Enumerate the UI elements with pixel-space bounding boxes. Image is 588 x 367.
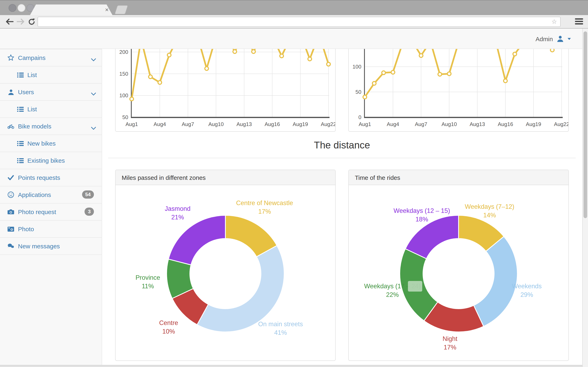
list-icon xyxy=(17,140,24,147)
svg-text:Aug7: Aug7 xyxy=(415,121,427,127)
traffic-light-close-icon[interactable] xyxy=(9,4,16,12)
back-arrow-icon xyxy=(5,18,13,25)
svg-text:Aug19: Aug19 xyxy=(293,121,308,127)
svg-text:Aug1: Aug1 xyxy=(359,121,371,127)
pie-slice-label: Weekends29% xyxy=(512,282,542,299)
svg-text:Aug19: Aug19 xyxy=(526,121,541,127)
times-pie-card: Time of the rides Weekdays (7–12)14% Wee… xyxy=(348,170,569,361)
svg-text:50: 50 xyxy=(122,114,128,120)
sidebar-item-label: Bike models xyxy=(18,123,51,130)
caret-down-icon xyxy=(568,38,571,40)
applications-count-badge: 54 xyxy=(82,191,94,199)
svg-text:Aug4: Aug4 xyxy=(154,121,166,127)
svg-text:0: 0 xyxy=(359,114,361,120)
svg-text:Aug16: Aug16 xyxy=(265,121,280,127)
camera-retro-icon xyxy=(7,225,14,233)
back-button[interactable] xyxy=(4,16,15,27)
svg-text:Aug13: Aug13 xyxy=(236,121,252,127)
pie-slice-label: Jasmond21% xyxy=(165,204,190,221)
zones-pie-title: Miles passed in different zones xyxy=(116,170,335,185)
sidebar-item-label: New bikes xyxy=(27,140,56,147)
svg-text:150: 150 xyxy=(120,71,128,77)
sidebar-item-points-requests[interactable]: Points requests xyxy=(0,169,102,186)
browser-menu-icon[interactable] xyxy=(575,18,583,25)
zones-pie-card: Miles passed in different zones Centre o… xyxy=(115,170,336,361)
times-donut-chart[interactable] xyxy=(349,185,568,360)
traffic-light-minimize-icon[interactable] xyxy=(17,4,25,12)
section-divider xyxy=(108,158,576,158)
vertical-scrollbar-thumb[interactable] xyxy=(584,31,587,218)
svg-text:Aug4: Aug4 xyxy=(387,121,399,127)
hover-highlight-box xyxy=(408,281,422,292)
sidebar-item-new-messages[interactable]: New messages xyxy=(0,238,102,255)
vertical-scrollbar[interactable] xyxy=(582,29,588,367)
browser-toolbar: ☆ xyxy=(0,15,588,29)
svg-text:Aug1: Aug1 xyxy=(126,121,138,127)
horizontal-scrollbar[interactable] xyxy=(0,365,582,367)
main-content: 50100150200Aug1Aug4Aug7Aug10Aug13Aug16Au… xyxy=(102,49,582,365)
bookmark-star-icon[interactable]: ☆ xyxy=(552,18,557,25)
svg-text:100: 100 xyxy=(353,64,361,70)
sidebar-item-users[interactable]: Users xyxy=(0,83,102,101)
pie-slice-label: Centre10% xyxy=(159,318,178,336)
user-icon xyxy=(7,89,14,95)
chevron-down-icon xyxy=(91,90,96,97)
url-input[interactable]: ☆ xyxy=(38,17,561,27)
bike-icon xyxy=(7,123,14,130)
chevron-down-icon xyxy=(91,56,96,63)
sidebar-item-label: Users xyxy=(18,89,34,95)
admin-dropdown[interactable]: Admin xyxy=(536,29,571,49)
pie-slice-label: Centre of Newcastle17% xyxy=(236,199,293,216)
list-icon xyxy=(17,157,24,164)
sidebar-item-photo-request[interactable]: Photo request 3 xyxy=(0,203,102,221)
sidebar-item-label: Photo request xyxy=(18,208,56,215)
line-chart-right[interactable]: 050100Aug1Aug4Aug7Aug10Aug13Aug16Aug19Au… xyxy=(349,49,568,131)
sidebar-item-label: Points requests xyxy=(18,174,60,181)
sidebar-item-label: New messages xyxy=(18,243,60,250)
forward-button[interactable] xyxy=(16,16,26,27)
sidebar: Campains List Users List Bike models New… xyxy=(0,49,102,365)
sidebar-item-existing-bikes[interactable]: Existing bikes xyxy=(0,152,102,169)
pie-slice-label: Weekdays (7–12)14% xyxy=(465,202,514,219)
pie-slice-label: On main streets41% xyxy=(258,320,303,337)
chevron-down-icon xyxy=(91,124,96,131)
pie-slice-label: Province11% xyxy=(136,273,160,290)
svg-text:100: 100 xyxy=(120,92,128,99)
pie-slice-label: Weekdays (12 – 15)18% xyxy=(394,206,450,224)
sidebar-item-label: List xyxy=(27,71,37,78)
new-tab-button[interactable] xyxy=(114,5,128,14)
svg-text:50: 50 xyxy=(355,89,361,95)
svg-text:200: 200 xyxy=(120,49,128,55)
line-chart-left[interactable]: 50100150200Aug1Aug4Aug7Aug10Aug13Aug16Au… xyxy=(116,49,335,131)
svg-text:Aug10: Aug10 xyxy=(442,121,457,127)
app-navbar: Admin xyxy=(0,29,588,49)
sidebar-item-campains-list[interactable]: List xyxy=(0,67,102,83)
sidebar-item-applications[interactable]: Applications 54 xyxy=(0,186,102,203)
svg-text:Aug16: Aug16 xyxy=(498,121,513,127)
sidebar-item-label: Campains xyxy=(18,54,45,61)
svg-text:Aug13: Aug13 xyxy=(470,121,485,127)
forward-arrow-icon xyxy=(17,18,25,25)
svg-text:Aug10: Aug10 xyxy=(208,121,224,127)
sidebar-item-photo[interactable]: Photo xyxy=(0,221,102,238)
list-icon xyxy=(17,106,24,113)
photo-request-count-badge: 3 xyxy=(85,208,94,216)
tab-close-icon[interactable]: × xyxy=(105,6,109,13)
sidebar-item-users-list[interactable]: List xyxy=(0,101,102,118)
svg-text:Aug22: Aug22 xyxy=(321,121,335,127)
sidebar-item-new-bikes[interactable]: New bikes xyxy=(0,135,102,152)
sidebar-item-campains[interactable]: Campains xyxy=(0,49,102,67)
browser-window: × ☆ Admin Campains xyxy=(0,0,588,367)
reload-button[interactable] xyxy=(26,16,37,27)
sidebar-item-label: Applications xyxy=(18,191,51,198)
reload-icon xyxy=(27,18,35,25)
pie-slice-label: Night17% xyxy=(443,334,457,351)
list-icon xyxy=(17,71,24,78)
rides-line-chart-card-left: 50100150200Aug1Aug4Aug7Aug10Aug13Aug16Au… xyxy=(115,49,336,132)
browser-tab[interactable]: × xyxy=(30,4,113,16)
browser-titlebar: × xyxy=(0,0,588,15)
sidebar-item-bike-models[interactable]: Bike models xyxy=(0,118,102,135)
sidebar-item-label: List xyxy=(27,106,37,113)
check-icon xyxy=(7,174,14,181)
sidebar-item-label: Photo xyxy=(18,225,34,233)
